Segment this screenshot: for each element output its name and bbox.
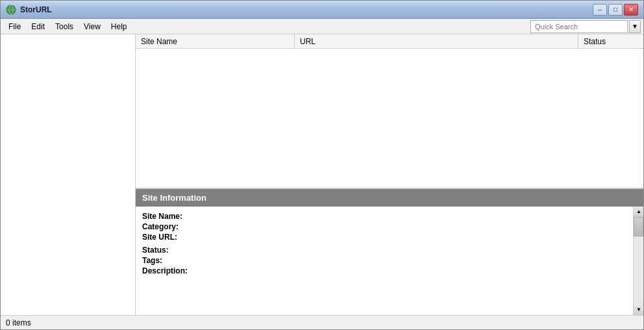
menu-help[interactable]: Help <box>106 21 132 32</box>
maximize-button[interactable]: □ <box>608 4 623 16</box>
scroll-track[interactable] <box>634 217 643 305</box>
field-status: Status: <box>142 246 637 255</box>
menu-edit[interactable]: Edit <box>26 21 50 32</box>
site-info-body: Site Name: Category: Site URL: Status: <box>136 207 643 315</box>
vertical-scrollbar[interactable]: ▲ ▼ <box>633 207 643 315</box>
quick-search-input[interactable] <box>530 20 628 33</box>
label-site-name: Site Name: <box>142 212 182 221</box>
label-tags: Tags: <box>142 256 162 265</box>
quick-search-area: ▼ <box>530 20 641 33</box>
url-list: Site Name URL Status <box>136 34 643 188</box>
table-body[interactable] <box>136 49 643 188</box>
main-window: StorURL – □ ✕ File Edit Tools View Help … <box>0 0 644 330</box>
site-info-header: Site Information <box>136 189 643 207</box>
scroll-down-button[interactable]: ▼ <box>634 305 643 315</box>
menu-file[interactable]: File <box>3 21 26 32</box>
main-content: Site Name URL Status Site Information Si… <box>1 34 643 315</box>
scroll-thumb[interactable] <box>634 217 643 236</box>
table-header: Site Name URL Status <box>136 34 643 49</box>
content-area: Site Name URL Status Site Information Si… <box>136 34 643 315</box>
col-header-site-name: Site Name <box>136 34 295 48</box>
window-title: StorURL <box>20 5 593 14</box>
label-site-url: Site URL: <box>142 233 177 242</box>
field-tags: Tags: <box>142 256 637 265</box>
items-count: 0 items <box>6 318 31 327</box>
label-category: Category: <box>142 222 179 231</box>
field-description: Description: <box>142 266 637 275</box>
menu-view[interactable]: View <box>79 21 106 32</box>
site-info-panel: Site Information Site Name: Category: Si… <box>136 188 643 315</box>
status-bar: 0 items <box>1 315 643 329</box>
field-site-url: Site URL: <box>142 233 637 242</box>
scroll-up-button[interactable]: ▲ <box>634 207 643 217</box>
close-button[interactable]: ✕ <box>624 4 638 16</box>
menu-bar: File Edit Tools View Help ▼ <box>1 19 643 34</box>
minimize-button[interactable]: – <box>593 4 607 16</box>
app-icon <box>6 5 16 15</box>
category-panel[interactable] <box>1 34 136 315</box>
field-site-name: Site Name: <box>142 212 637 221</box>
label-description: Description: <box>142 266 188 275</box>
col-header-status: Status <box>578 34 643 48</box>
window-controls: – □ ✕ <box>593 4 638 16</box>
field-category: Category: <box>142 222 637 231</box>
title-bar: StorURL – □ ✕ <box>1 1 643 19</box>
col-header-url: URL <box>295 34 578 48</box>
label-status: Status: <box>142 246 169 255</box>
quick-search-dropdown-button[interactable]: ▼ <box>629 20 641 33</box>
menu-tools[interactable]: Tools <box>50 21 79 32</box>
